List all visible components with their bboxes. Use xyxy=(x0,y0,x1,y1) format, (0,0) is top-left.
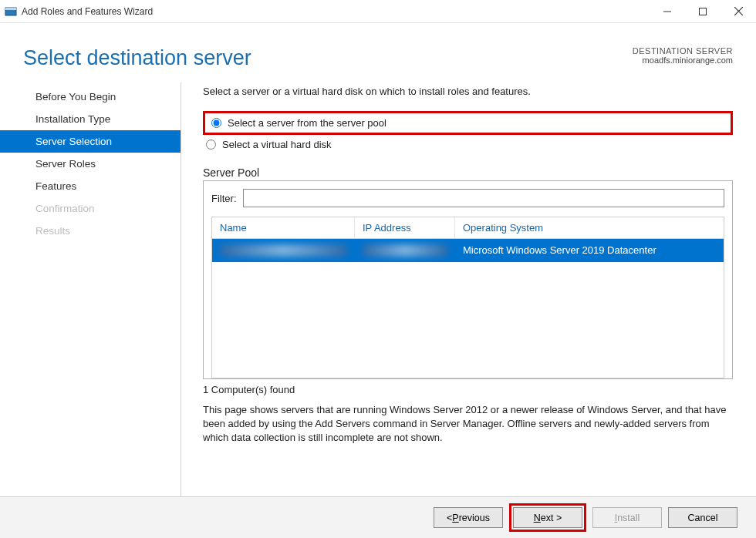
highlight-server-pool-option: Select a server from the server pool xyxy=(203,111,733,135)
server-table: Name IP Address Operating System Microso… xyxy=(211,217,724,378)
radio-vhd-label: Select a virtual hard disk xyxy=(222,139,332,150)
header: Select destination server DESTINATION SE… xyxy=(0,23,756,82)
filter-row: Filter: xyxy=(211,189,724,207)
radio-server-pool-label: Select a server from the server pool xyxy=(228,117,386,129)
next-button[interactable]: Next > xyxy=(513,507,582,528)
sidebar-item-before-you-begin[interactable]: Before You Begin xyxy=(0,86,181,108)
titlebar: Add Roles and Features Wizard xyxy=(0,0,756,23)
svg-rect-3 xyxy=(700,8,707,15)
destination-block: DESTINATION SERVER moadfs.miniorange.com xyxy=(633,46,733,65)
radio-vhd-input[interactable] xyxy=(206,140,216,150)
sidebar-item-results: Results xyxy=(0,220,181,242)
instruction-text: Select a server or a virtual hard disk o… xyxy=(203,86,733,97)
redacted-name xyxy=(220,244,347,257)
main-panel: Select a server or a virtual hard disk o… xyxy=(181,82,756,514)
filter-label: Filter: xyxy=(211,193,237,204)
svg-rect-1 xyxy=(5,8,16,10)
sidebar-item-server-roles[interactable]: Server Roles xyxy=(0,153,181,175)
cancel-button[interactable]: Cancel xyxy=(668,507,737,528)
window-controls xyxy=(650,0,756,23)
column-os[interactable]: Operating System xyxy=(455,217,724,238)
sidebar-item-server-selection[interactable]: Server Selection xyxy=(0,130,181,153)
table-empty-area xyxy=(212,262,724,378)
highlight-next-button: Next > xyxy=(509,503,586,532)
computers-found-text: 1 Computer(s) found xyxy=(203,384,733,395)
sidebar-item-confirmation: Confirmation xyxy=(0,197,181,220)
column-ip[interactable]: IP Address xyxy=(355,217,455,238)
radio-vhd[interactable]: Select a virtual hard disk xyxy=(203,136,733,153)
destination-label: DESTINATION SERVER xyxy=(633,46,733,55)
page-title: Select destination server xyxy=(23,46,251,70)
server-pool-label: Server Pool xyxy=(203,166,733,179)
app-icon xyxy=(5,5,17,18)
cell-os: Microsoft Windows Server 2019 Datacenter xyxy=(455,239,724,262)
sidebar: Before You Begin Installation Type Serve… xyxy=(0,82,181,514)
window-title: Add Roles and Features Wizard xyxy=(22,6,153,17)
maximize-button[interactable] xyxy=(685,0,721,23)
filter-input[interactable] xyxy=(243,189,725,207)
previous-button[interactable]: < Previous xyxy=(434,507,503,528)
radio-server-pool[interactable]: Select a server from the server pool xyxy=(208,115,727,131)
radio-server-pool-input[interactable] xyxy=(211,118,221,128)
cell-name xyxy=(212,239,355,262)
column-name[interactable]: Name xyxy=(212,217,355,238)
redacted-ip xyxy=(363,244,447,257)
info-text: This page shows servers that are running… xyxy=(203,403,733,446)
table-header: Name IP Address Operating System xyxy=(212,217,724,239)
server-pool-box: Filter: Name IP Address Operating System… xyxy=(203,180,733,379)
table-row[interactable]: Microsoft Windows Server 2019 Datacenter xyxy=(212,239,724,262)
cell-ip xyxy=(355,239,455,262)
footer: < Previous Next > Install Cancel xyxy=(0,496,756,538)
sidebar-item-features[interactable]: Features xyxy=(0,175,181,197)
install-button: Install xyxy=(592,507,662,528)
destination-value: moadfs.miniorange.com xyxy=(633,55,733,65)
sidebar-item-installation-type[interactable]: Installation Type xyxy=(0,108,181,130)
close-button[interactable] xyxy=(721,0,756,23)
minimize-button[interactable] xyxy=(650,0,685,23)
